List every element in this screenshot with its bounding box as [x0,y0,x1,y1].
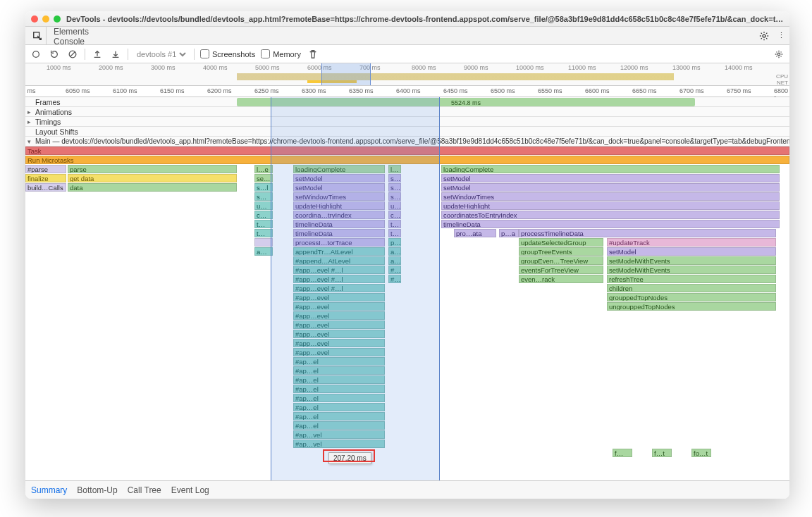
flame-bar[interactable]: #ap…el [293,394,385,402]
flame-bar[interactable]: eventsForTreeView [519,266,603,274]
flame-bar[interactable]: #app…evel [293,348,385,356]
details-tab-summary[interactable]: Summary [31,485,67,495]
details-tab-calltree[interactable]: Call Tree [128,485,161,495]
flame-bar[interactable]: #ap…vel [293,430,385,439]
flame-bar[interactable]: setModel [607,247,776,256]
flame-bar[interactable]: #app…evel #…l [293,284,385,292]
flame-bar[interactable]: #app…evel #…l [293,275,385,283]
flame-bar[interactable]: s… [388,174,401,182]
flame-bar[interactable]: #ap…el [293,366,385,375]
flame-bar[interactable]: se…l [254,174,273,182]
flame-bar[interactable]: setModelWithEvents [607,266,776,274]
flame-bar[interactable]: t… [254,220,273,228]
flame-bar[interactable]: #app…evel [293,302,385,311]
flame-bar[interactable]: loadingComplete [441,165,780,173]
flame-bar[interactable]: setWindowTimes [293,192,385,201]
flame-bar[interactable]: #ap…el [293,375,385,384]
details-tab-bottomup[interactable]: Bottom-Up [77,485,117,495]
close-icon[interactable] [31,15,38,23]
flame-bar[interactable] [254,238,273,247]
flame-bar[interactable]: f…t [652,449,672,457]
flame-bar[interactable]: a… [388,247,401,256]
flame-bar[interactable]: #app…evel [293,339,385,347]
flame-bar[interactable]: setWindowTimes [441,192,780,201]
flame-bar[interactable]: #… [388,275,401,283]
flame-bar[interactable]: data [68,183,237,192]
overview-selection[interactable] [321,63,371,85]
flame-bar[interactable]: #append…AtLevel [293,256,385,265]
flame-bar[interactable]: #ap…el [293,357,385,366]
flame-bar[interactable]: pro…ata [454,229,496,237]
flame-bar[interactable]: l… [388,165,401,173]
flame-bar[interactable]: #updateTrack [607,238,776,247]
traffic-lights[interactable] [31,15,61,23]
settings-small-gear-icon[interactable] [773,48,785,61]
flame-bar[interactable]: t… [388,229,401,237]
flame-bar[interactable]: s… [388,192,401,201]
flame-bar[interactable]: finalize [25,174,66,182]
flame-bar[interactable]: loadingComplete [293,165,385,173]
flame-bar[interactable]: #app…evel [293,311,385,320]
flame-bar[interactable]: timelineData [293,220,385,228]
record-button[interactable] [30,48,42,61]
minimize-icon[interactable] [42,15,49,23]
flame-bar[interactable]: ungrouppedTopNodes [607,302,776,311]
flame-bar[interactable]: #ap…el [293,385,385,393]
flame-bar[interactable]: refreshTree [607,275,776,283]
inspect-element-button[interactable] [28,27,47,44]
flame-bar[interactable]: appendTr…AtLevel [293,247,385,256]
flame-bar[interactable]: timelineData [293,229,385,237]
flame-bar[interactable]: #app…evel [293,330,385,338]
details-tab-eventlog[interactable]: Event Log [171,485,209,495]
flame-bar[interactable]: timelineData [441,220,780,228]
flame-bar[interactable]: even…rack [519,275,603,283]
flame-chart[interactable]: TaskRun Microtasks#parseparsel…eloadingC… [25,147,789,458]
flame-bar[interactable]: updateHighlight [441,201,780,210]
flame-bar[interactable]: groupTreeEvents [519,247,603,256]
flame-bar[interactable]: t… [254,229,273,237]
flame-bar[interactable]: p… [388,238,401,247]
reload-record-button[interactable] [48,48,61,61]
clear-button[interactable] [66,48,79,61]
flame-bar[interactable]: Run Microtasks [25,156,789,164]
layout-shifts-track[interactable]: Layout Shifts [25,127,789,137]
flame-bar[interactable]: setModel [293,174,385,182]
upload-button[interactable] [91,48,104,61]
flame-bar[interactable]: #app…evel [293,320,385,329]
flame-bar[interactable]: l…e [254,165,273,173]
context-select[interactable]: devtools #1 [134,49,188,59]
flame-bar[interactable]: u… [254,201,273,210]
memory-checkbox[interactable]: Memory [261,49,301,58]
frames-track[interactable]: Frames 5524.8 ms [25,97,789,107]
animations-track[interactable]: Animations [25,107,789,117]
flame-bar[interactable]: #… [388,266,401,274]
flame-bar[interactable]: build…Calls [25,183,66,192]
kebab-menu-icon[interactable]: ⋮ [773,27,789,44]
flame-bar[interactable]: Task [25,147,789,155]
flame-bar[interactable]: setModel [293,183,385,192]
flame-bar[interactable]: #ap…el [293,412,385,421]
flame-bar[interactable]: #ap…el [293,421,385,430]
flame-bar[interactable]: setModel [441,183,780,192]
flame-bar[interactable]: f… [613,449,632,457]
flame-bar[interactable]: #ap…el [293,403,385,411]
flame-bar[interactable]: c… [254,211,273,219]
trash-button[interactable] [307,48,319,61]
download-button[interactable] [109,48,122,61]
flame-bar[interactable]: coordina…tryIndex [293,211,385,219]
panel-tab-elements[interactable]: Elements [47,27,109,37]
settings-gear-icon[interactable] [756,27,773,44]
flame-bar[interactable]: processI…torTrace [293,238,385,247]
flame-bar[interactable]: a… [254,247,273,256]
zoom-icon[interactable] [54,15,61,23]
flame-bar[interactable]: groupEven…TreeView [519,256,603,265]
timings-track[interactable]: Timings [25,117,789,127]
flame-bar[interactable]: children [607,284,776,292]
flame-bar[interactable]: coordinatesToEntryIndex [441,211,780,219]
flame-bar[interactable]: u… [388,201,401,210]
timeline-ruler[interactable]: 00 ms6050 ms6100 ms6150 ms6200 ms6250 ms… [25,86,789,97]
flame-bar[interactable]: c… [388,211,401,219]
flame-bar[interactable]: #app…evel [293,293,385,301]
flame-bar[interactable]: setModelWithEvents [607,256,776,265]
flame-bar[interactable]: #app…evel #…l [293,266,385,274]
